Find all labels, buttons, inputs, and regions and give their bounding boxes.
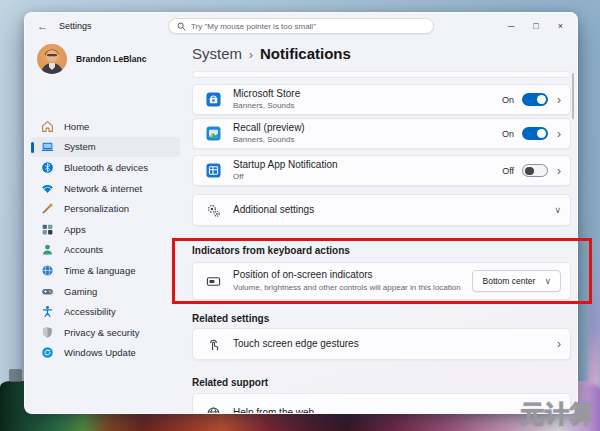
row-title: Additional settings xyxy=(233,204,554,216)
windows-update-icon xyxy=(41,346,54,359)
row-title: Touch screen edge gestures xyxy=(233,338,548,350)
user-profile[interactable]: Brandon LeBlanc xyxy=(37,44,146,74)
help-from-web-row[interactable]: Help from the web xyxy=(192,393,571,414)
accessibility-icon xyxy=(41,305,54,318)
minimize-button[interactable]: ─ xyxy=(508,22,514,31)
content-pane: System › Notifications Microsoft Store B… xyxy=(192,39,571,414)
close-button[interactable]: × xyxy=(558,22,563,31)
sidebar-nav: Home System Bluetooth & devices Network … xyxy=(31,116,180,363)
avatar xyxy=(37,44,67,74)
notification-row-recall[interactable]: Recall (preview) Banners, Sounds On › xyxy=(192,118,571,149)
sidebar-item-label: Windows Update xyxy=(64,347,136,358)
breadcrumb: System › Notifications xyxy=(192,45,351,62)
window-controls: ─ □ × xyxy=(508,13,563,39)
sidebar-item-accounts[interactable]: Accounts xyxy=(31,240,180,261)
user-name: Brandon LeBlanc xyxy=(76,54,146,64)
toggle-microsoft-store[interactable] xyxy=(522,93,548,106)
sidebar-item-label: Bluetooth & devices xyxy=(64,162,148,173)
sidebar-item-accessibility[interactable]: Accessibility xyxy=(31,301,180,322)
section-heading-related-support: Related support xyxy=(192,377,268,388)
touch-gestures-row[interactable]: Touch screen edge gestures › xyxy=(192,328,571,360)
scrolled-card-partial xyxy=(192,71,571,78)
home-icon xyxy=(41,120,54,133)
toggle-state-label: Off xyxy=(502,166,514,176)
sidebar-item-home[interactable]: Home xyxy=(31,116,180,137)
personalization-icon xyxy=(41,202,54,215)
row-controls: On › xyxy=(502,93,561,106)
bluetooth-icon xyxy=(41,161,54,174)
sidebar-item-personalization[interactable]: Personalization xyxy=(31,198,180,219)
chevron-right-icon: › xyxy=(557,338,561,350)
sidebar-item-label: Accounts xyxy=(64,244,103,255)
sidebar-item-label: Apps xyxy=(64,224,86,235)
sidebar-item-network-internet[interactable]: Network & internet xyxy=(31,178,180,199)
row-subtitle: Banners, Sounds xyxy=(233,135,502,145)
sidebar-item-label: Network & internet xyxy=(64,183,142,194)
row-controls: › xyxy=(548,338,561,350)
toggle-recall[interactable] xyxy=(522,127,548,140)
chevron-right-icon: › xyxy=(557,165,561,177)
watermark: 元计算 xyxy=(520,398,595,430)
row-text: Startup App Notification Off xyxy=(233,159,502,182)
window-title: Settings xyxy=(59,21,92,31)
breadcrumb-system-link[interactable]: System xyxy=(192,45,242,62)
scrollbar-thumb[interactable] xyxy=(572,73,574,119)
accounts-icon xyxy=(41,243,54,256)
row-title: Startup App Notification xyxy=(233,159,502,171)
screenshot-root: ← Settings ─ □ × xyxy=(0,0,600,431)
search-box[interactable] xyxy=(168,18,434,34)
startup-app-icon xyxy=(206,163,221,178)
back-button[interactable]: ← xyxy=(37,21,48,32)
sidebar-item-time-language[interactable]: Time & language xyxy=(31,260,180,281)
row-text: Recall (preview) Banners, Sounds xyxy=(233,122,502,145)
system-icon xyxy=(41,140,54,153)
sidebar-item-bluetooth-devices[interactable]: Bluetooth & devices xyxy=(31,157,180,178)
settings-window: ← Settings ─ □ × xyxy=(24,12,578,414)
notification-row-microsoft-store[interactable]: Microsoft Store Banners, Sounds On › xyxy=(192,84,571,115)
search-icon xyxy=(177,22,186,31)
page-title: Notifications xyxy=(260,45,351,62)
toggle-state-label: On xyxy=(502,95,514,105)
row-text: Microsoft Store Banners, Sounds xyxy=(233,88,502,111)
breadcrumb-separator-icon: › xyxy=(249,48,253,62)
toggle-knob xyxy=(525,167,534,176)
sidebar-item-privacy-security[interactable]: Privacy & security xyxy=(31,322,180,343)
recall-icon xyxy=(206,126,221,141)
additional-settings-gears-icon xyxy=(206,203,221,218)
row-controls: ∨ xyxy=(554,206,561,215)
titlebar: ← Settings ─ □ × xyxy=(25,13,577,39)
apps-icon xyxy=(41,223,54,236)
time-language-icon xyxy=(41,264,54,277)
globe-icon xyxy=(206,406,221,415)
sidebar-item-system[interactable]: System xyxy=(31,137,180,158)
highlight-annotation-box xyxy=(172,238,592,304)
sidebar-item-windows-update[interactable]: Windows Update xyxy=(31,343,180,364)
sidebar-item-apps[interactable]: Apps xyxy=(31,219,180,240)
network-wifi-icon xyxy=(41,182,54,195)
row-controls: Off › xyxy=(502,164,561,177)
microsoft-store-icon xyxy=(206,92,221,107)
sidebar-item-label: Home xyxy=(64,121,89,132)
section-heading-related-settings: Related settings xyxy=(192,313,269,324)
row-text: Additional settings xyxy=(233,204,554,216)
sidebar-item-label: Gaming xyxy=(64,286,97,297)
search-input[interactable] xyxy=(191,22,425,31)
sidebar-item-label: Time & language xyxy=(64,265,135,276)
row-text: Touch screen edge gestures xyxy=(233,338,548,350)
row-controls: On › xyxy=(502,127,561,140)
sidebar-item-label: Accessibility xyxy=(64,306,116,317)
notification-row-startup-app[interactable]: Startup App Notification Off Off › xyxy=(192,155,571,186)
chevron-right-icon: › xyxy=(557,128,561,140)
sidebar-item-gaming[interactable]: Gaming xyxy=(31,281,180,302)
wallpaper-object xyxy=(9,369,22,382)
toggle-knob xyxy=(537,95,546,104)
toggle-knob xyxy=(537,129,546,138)
touch-gesture-icon xyxy=(206,337,221,352)
toggle-startup-app[interactable] xyxy=(522,164,548,177)
maximize-button[interactable]: □ xyxy=(533,22,538,31)
chevron-down-icon: ∨ xyxy=(554,206,561,215)
row-title: Help from the web xyxy=(233,407,561,414)
row-text: Help from the web xyxy=(233,407,561,414)
row-subtitle: Off xyxy=(233,172,502,182)
additional-settings-row[interactable]: Additional settings ∨ xyxy=(192,194,571,226)
